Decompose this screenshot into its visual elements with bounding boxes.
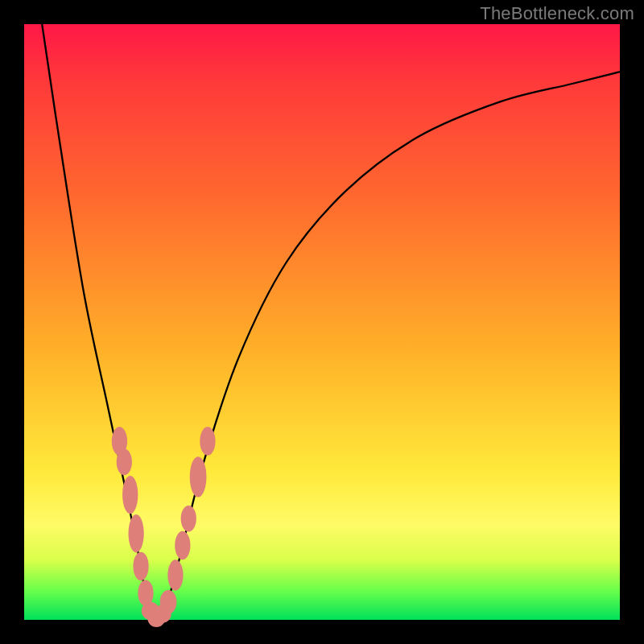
- bead: [122, 476, 138, 514]
- bead: [175, 531, 190, 560]
- chart-frame: TheBottleneck.com: [0, 0, 644, 644]
- bead: [200, 427, 215, 456]
- bead: [160, 590, 177, 614]
- bead: [117, 449, 132, 476]
- bead-group: [112, 427, 216, 627]
- bead: [167, 559, 183, 590]
- chart-svg: [24, 24, 620, 620]
- bead: [129, 514, 144, 552]
- plot-area: [24, 24, 620, 620]
- watermark-label: TheBottleneck.com: [480, 3, 634, 24]
- bead: [181, 506, 196, 532]
- bead: [190, 456, 207, 497]
- bead: [133, 552, 148, 581]
